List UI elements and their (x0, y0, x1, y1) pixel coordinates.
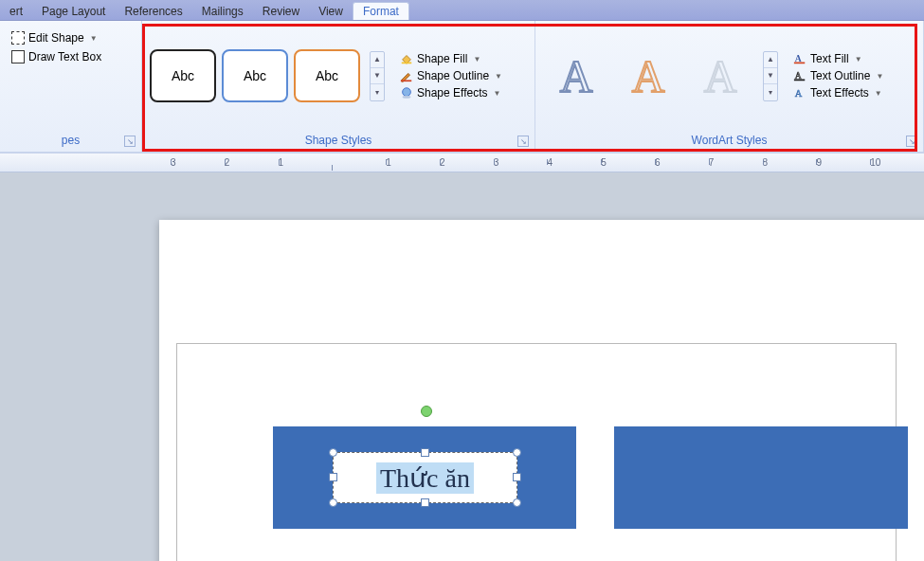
letter-a-icon: A (560, 50, 593, 102)
edit-shape-icon (11, 31, 25, 45)
page: Thức ăn (159, 220, 924, 561)
ruler-tick: 8 (763, 157, 817, 168)
shape-style-thumb-3[interactable]: Abc (294, 49, 360, 102)
text-box-icon (11, 50, 25, 63)
draw-text-box-button[interactable]: Draw Text Box (8, 49, 105, 64)
resize-handle-se[interactable] (513, 498, 521, 507)
chevron-down-icon: ▼ (876, 72, 883, 81)
edit-shape-button[interactable]: Edit Shape ▼ (8, 30, 101, 45)
ribbon-tabstrip: ert Page Layout References Mailings Revi… (0, 0, 924, 21)
svg-text:A: A (795, 70, 802, 81)
ruler-tick: 3 (494, 157, 548, 168)
ruler-tick: 10 (870, 157, 924, 168)
wordart-thumb-1[interactable]: A (543, 47, 609, 104)
dialog-launcher-icon[interactable]: ↘ (124, 136, 136, 147)
shape-style-thumb-1[interactable]: Abc (150, 49, 216, 102)
ruler-tick: 2 (225, 157, 279, 168)
tab-page-layout[interactable]: Page Layout (32, 3, 115, 20)
blue-rectangle-2[interactable] (614, 426, 908, 529)
resize-handle-e[interactable] (513, 473, 521, 481)
shape-outline-label: Shape Outline (417, 69, 489, 82)
group-label-wordart-styles: WordArt Styles ↘ (535, 131, 923, 152)
text-effects-icon: A (793, 86, 806, 100)
horizontal-ruler[interactable]: 3 2 1 1 2 3 4 5 6 7 8 9 10 (0, 154, 924, 172)
group-wordart-styles: A A A ▲ ▼ ▾ A Text Fill ▼ (535, 21, 924, 152)
tab-view[interactable]: View (309, 3, 353, 20)
letter-a-icon: A (632, 50, 665, 102)
ribbon: Edit Shape ▼ Draw Text Box pes ↘ Abc Abc… (0, 21, 924, 154)
group-label-shapes: pes ↘ (0, 131, 141, 152)
svg-text:A: A (795, 88, 803, 99)
group-shape-styles: Abc Abc Abc ▲ ▼ ▾ Shape Fill ▼ (142, 21, 535, 152)
wordart-thumb-3[interactable]: A (687, 47, 753, 104)
shape-fill-label: Shape Fill (417, 52, 467, 65)
chevron-down-icon: ▼ (473, 55, 480, 63)
ruler-tick: 2 (440, 157, 494, 168)
tab-references[interactable]: References (115, 3, 191, 20)
shape-fill-button[interactable]: Shape Fill ▼ (396, 51, 506, 66)
paint-bucket-icon (400, 52, 413, 65)
ruler-tick: 7 (709, 157, 763, 168)
resize-handle-n[interactable] (421, 448, 429, 457)
gallery-down-icon[interactable]: ▼ (371, 68, 384, 84)
gallery-up-icon[interactable]: ▲ (371, 52, 384, 68)
wordart-thumb-2[interactable]: A (615, 47, 681, 104)
gallery-scroll: ▲ ▼ ▾ (370, 51, 385, 101)
ruler-tick: 9 (816, 157, 870, 168)
letter-a-icon: A (704, 50, 737, 102)
gallery-more-icon[interactable]: ▾ (371, 84, 384, 100)
ruler-tick: 5 (601, 157, 655, 168)
text-fill-button[interactable]: A Text Fill ▼ (789, 51, 887, 66)
ruler-tick: 1 (386, 157, 440, 168)
dialog-launcher-icon[interactable]: ↘ (906, 136, 917, 147)
shape-effects-button[interactable]: Shape Effects ▼ (396, 85, 506, 100)
ruler-tick: 1 (279, 157, 333, 168)
group-label-shape-styles-text: Shape Styles (305, 134, 372, 147)
dialog-launcher-icon[interactable]: ↘ (517, 136, 529, 147)
svg-rect-7 (794, 80, 805, 81)
text-box-selected[interactable]: Thức ăn (333, 452, 517, 503)
svg-point-2 (403, 88, 411, 97)
gallery-up-icon[interactable]: ▲ (764, 52, 777, 68)
thumb-text: Abc (172, 68, 194, 83)
ruler-tick: 3 (171, 157, 225, 168)
tab-mailings[interactable]: Mailings (192, 3, 253, 20)
shape-effects-label: Shape Effects (417, 86, 488, 100)
shape-style-thumb-2[interactable]: Abc (222, 49, 288, 102)
shape-outline-button[interactable]: Shape Outline ▼ (396, 68, 506, 83)
wordart-gallery: A A A ▲ ▼ ▾ (543, 47, 778, 104)
ruler-tick: 4 (547, 157, 601, 168)
svg-rect-0 (402, 63, 412, 64)
resize-handle-sw[interactable] (329, 498, 337, 507)
tab-format[interactable]: Format (353, 2, 409, 20)
group-insert-shapes: Edit Shape ▼ Draw Text Box pes ↘ (0, 21, 142, 152)
tab-review[interactable]: Review (253, 3, 309, 20)
group-label-shape-styles: Shape Styles ↘ (142, 131, 534, 152)
text-box-content[interactable]: Thức ăn (376, 462, 474, 494)
chevron-down-icon: ▼ (90, 34, 98, 43)
shape-effects-icon (400, 86, 413, 100)
thumb-text: Abc (316, 68, 338, 83)
draw-text-box-label: Draw Text Box (28, 50, 101, 63)
text-effects-button[interactable]: A Text Effects ▼ (789, 85, 887, 100)
rotation-handle-icon[interactable] (421, 406, 432, 417)
resize-handle-ne[interactable] (513, 448, 521, 457)
gallery-down-icon[interactable]: ▼ (764, 68, 777, 84)
group-label-shapes-text: pes (62, 134, 80, 147)
text-outline-button[interactable]: A Text Outline ▼ (789, 68, 887, 83)
tab-insert[interactable]: ert (0, 3, 32, 20)
text-outline-icon: A (793, 69, 806, 82)
chevron-down-icon: ▼ (494, 89, 501, 98)
resize-handle-s[interactable] (421, 498, 429, 507)
document-canvas[interactable]: Thức ăn (0, 172, 924, 561)
gallery-more-icon[interactable]: ▾ (764, 84, 777, 100)
gallery-scroll: ▲ ▼ ▾ (763, 51, 778, 101)
svg-point-3 (403, 96, 411, 99)
ruler-tick: 6 (655, 157, 709, 168)
chevron-down-icon: ▼ (875, 89, 882, 98)
chevron-down-icon: ▼ (855, 55, 862, 63)
resize-handle-nw[interactable] (329, 448, 337, 457)
resize-handle-w[interactable] (329, 473, 337, 481)
text-outline-label: Text Outline (810, 69, 870, 82)
group-label-wordart-styles-text: WordArt Styles (692, 134, 768, 147)
